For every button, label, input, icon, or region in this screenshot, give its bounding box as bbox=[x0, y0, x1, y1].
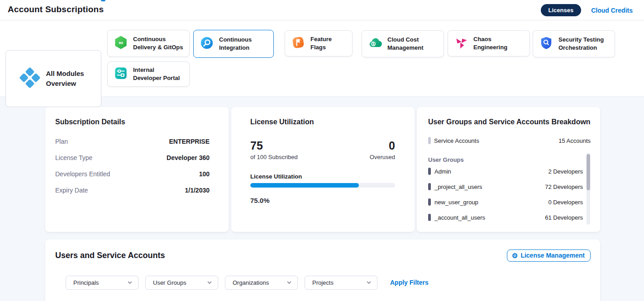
user-groups-dropdown-label: User Groups bbox=[153, 279, 186, 286]
group-pill-icon bbox=[428, 183, 431, 190]
module-card-chaos-engineering[interactable]: Chaos Engineering bbox=[448, 30, 530, 56]
module-label: Continuous Integration bbox=[219, 36, 255, 52]
utilization-percent: 75.0% bbox=[250, 197, 270, 204]
overused-caption: Overused bbox=[370, 154, 395, 160]
group-list-scrollbar-track bbox=[587, 153, 590, 225]
group-pill-icon bbox=[428, 168, 431, 175]
used-count: 75 bbox=[250, 139, 263, 152]
principals-dropdown[interactable]: Principals bbox=[66, 276, 138, 290]
all-modules-icon bbox=[19, 67, 40, 90]
module-selector-band: All Modules Overview ∞ Continuous Delive… bbox=[0, 20, 644, 96]
service-accounts-pill-icon bbox=[428, 137, 431, 144]
module-card-continuous-delivery[interactable]: ∞ Continuous Delivery & GitOps bbox=[107, 30, 190, 57]
module-label: Security Testing Orchestration bbox=[558, 36, 606, 52]
module-card-feature-flags[interactable]: Feature Flags bbox=[285, 30, 353, 56]
group-value: 61 Developers bbox=[545, 214, 583, 221]
chevron-down-icon bbox=[286, 279, 292, 287]
principals-dropdown-label: Principals bbox=[73, 279, 99, 286]
chevron-down-icon bbox=[207, 279, 212, 287]
users-section-title: Users and Service Accounts bbox=[55, 251, 165, 260]
svg-text:$: $ bbox=[372, 42, 375, 46]
group-value: 72 Developers bbox=[545, 183, 583, 190]
module-card-security-testing[interactable]: Security Testing Orchestration bbox=[533, 30, 615, 57]
license-type-value: Developer 360 bbox=[167, 154, 210, 161]
cd-gitops-icon: ∞ bbox=[114, 36, 128, 51]
used-caption: of 100 Subscribed bbox=[250, 154, 298, 160]
module-card-internal-developer-portal[interactable]: Internal Developer Portal bbox=[107, 61, 190, 87]
tab-licenses[interactable]: Licenses bbox=[541, 4, 582, 16]
utilization-bar-fill bbox=[250, 183, 359, 188]
module-label: Cloud Cost Management bbox=[387, 36, 429, 52]
feature-flags-icon bbox=[291, 36, 305, 51]
cloud-cost-icon: $ bbox=[368, 36, 382, 52]
license-utilization-card: License Utilization 75 of 100 Subscribed… bbox=[231, 107, 415, 232]
breakdown-title: User Groups and Service Accounts Breakdo… bbox=[428, 118, 591, 126]
expiry-date-value: 1/1/2030 bbox=[185, 187, 210, 194]
gear-icon: ⚙ bbox=[512, 252, 518, 259]
chaos-icon bbox=[454, 36, 468, 51]
apply-filters-link[interactable]: Apply Filters bbox=[390, 279, 429, 286]
chevron-down-icon bbox=[366, 279, 372, 287]
module-label: Feature Flags bbox=[310, 35, 347, 52]
group-list-scrollbar-thumb[interactable] bbox=[587, 154, 590, 190]
license-management-button[interactable]: ⚙ License Management bbox=[507, 249, 591, 262]
account-subscriptions-page: Account Subscriptions Licenses Cloud Cre… bbox=[0, 0, 644, 301]
user-groups-dropdown[interactable]: User Groups bbox=[145, 276, 218, 290]
group-name: Admin bbox=[434, 168, 451, 175]
group-pill-icon bbox=[428, 214, 431, 221]
tab-cloud-credits[interactable]: Cloud Credits bbox=[591, 7, 633, 14]
developers-entitled-label: Developers Entitled bbox=[55, 170, 110, 178]
organizations-dropdown-label: Organizations bbox=[233, 279, 269, 286]
license-utilization-title: License Utilization bbox=[250, 118, 314, 126]
group-value: 0 Developers bbox=[548, 199, 583, 206]
utilization-bar-track bbox=[250, 183, 395, 188]
module-card-continuous-integration[interactable]: Continuous Integration bbox=[193, 30, 274, 58]
overused-count: 0 bbox=[389, 139, 395, 152]
user-groups-heading: User Groups bbox=[428, 156, 464, 163]
group-name: _project_all_users bbox=[434, 183, 482, 190]
group-pill-icon bbox=[428, 198, 431, 206]
service-accounts-value: 15 Accounts bbox=[558, 137, 591, 144]
developers-entitled-value: 100 bbox=[199, 170, 210, 178]
svg-text:∞: ∞ bbox=[119, 39, 123, 46]
ci-icon bbox=[200, 36, 214, 52]
nav-indicator-fragment bbox=[101, 0, 105, 1]
group-name: _account_all_users bbox=[434, 214, 485, 221]
header-tabs: Licenses Cloud Credits bbox=[541, 4, 633, 16]
breakdown-card: User Groups and Service Accounts Breakdo… bbox=[417, 107, 600, 232]
idp-icon bbox=[114, 66, 128, 82]
chevron-down-icon bbox=[127, 279, 133, 287]
plan-label: Plan bbox=[55, 138, 68, 145]
module-label: Internal Developer Portal bbox=[133, 66, 184, 82]
license-type-label: License Type bbox=[55, 154, 92, 161]
expiry-date-label: Expiry Date bbox=[55, 187, 88, 194]
module-card-cloud-cost[interactable]: $ Cloud Cost Management bbox=[362, 30, 444, 57]
plan-value: ENTERPRISE bbox=[169, 138, 210, 145]
subscription-details-card: Subscription Details Plan ENTERPRISE Lic… bbox=[45, 107, 229, 232]
page-header: Account Subscriptions Licenses Cloud Cre… bbox=[0, 0, 644, 20]
projects-dropdown[interactable]: Projects bbox=[305, 276, 377, 290]
group-name: new_user_group bbox=[434, 199, 478, 206]
organizations-dropdown[interactable]: Organizations bbox=[225, 276, 298, 290]
all-modules-overview-label: All Modules Overview bbox=[46, 69, 88, 89]
module-label: Chaos Engineering bbox=[473, 35, 524, 52]
subscription-details-title: Subscription Details bbox=[55, 118, 125, 126]
page-title: Account Subscriptions bbox=[8, 5, 104, 14]
all-modules-overview-card[interactable]: All Modules Overview bbox=[5, 50, 101, 107]
utilization-bar-label: License Utilization bbox=[250, 173, 302, 180]
group-value: 2 Developers bbox=[548, 168, 583, 175]
license-management-label: License Management bbox=[520, 252, 585, 259]
users-service-accounts-card: Users and Service Accounts ⚙ License Man… bbox=[45, 240, 600, 301]
module-label: Continuous Delivery & GitOps bbox=[133, 35, 184, 52]
projects-dropdown-label: Projects bbox=[312, 279, 334, 286]
security-testing-icon bbox=[539, 36, 553, 52]
service-accounts-label: Service Accounts bbox=[434, 137, 479, 144]
